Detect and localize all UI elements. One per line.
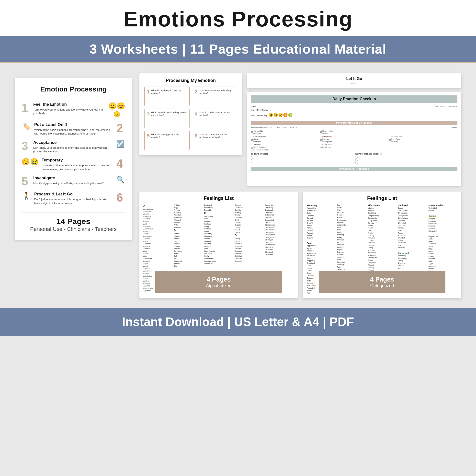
fl-word-affection: Affection [143,230,172,233]
fl-cat-passionate: Passionate [368,252,396,254]
fl-cat-testy: Testy [337,266,366,268]
fl-cat-irritated: Irritated [337,231,366,234]
ep-step-5-content: Investigate Identify triggers. Ask yours… [33,176,113,185]
ep-step-2-icon: 🏷️ [21,122,31,130]
fl-word-accepting: Accepting [143,215,172,218]
feelings-list-alpha: Feelings List A Appreciative Abandoned A… [139,191,298,298]
fl-word-composed: Composed [204,262,233,265]
fl-cat-overlay-line1: 4 Pages [328,276,436,283]
fl-word-attached: Attached [174,219,203,221]
fl-word-directionless: Directionless [265,224,294,226]
fl-word-determined2: Determined [265,214,294,216]
fl-word-disgusted: Disgusted [265,246,294,249]
fl-cat-drained: Drained [398,229,427,232]
fl-word-alone: Alone [143,253,172,255]
fl-word-calm: Calm [204,218,233,220]
fl-cat-fond: Fond [368,229,396,232]
fl-cat-disorganized2: Disorganized [398,215,427,217]
fl-word-burdened: Burdened [204,204,233,206]
dc-cb-5: Nausea [320,132,389,135]
fl-word-climbing: Climbing [204,245,233,248]
fl-word-desperate: Desperate [265,204,294,206]
fl-word-blemished: Blemished [174,260,203,262]
fl-cat-numb: Numb [428,253,458,255]
fl-connected-cat: Affectionate [368,204,396,207]
fl-cat-moonstruck: Moonstruck [368,249,396,252]
fl-cat-directionless2: Directionless [398,209,427,212]
dc-manage-2 [355,159,458,161]
fl-cat-doubtful: Doubtful [398,227,427,229]
fl-anger-header: Anger [307,242,336,245]
fl-word-cheerway: Cheerway [204,233,233,235]
main-content: Emotion Processing 1 Feel the Emotion Tu… [0,63,476,308]
fl-word-criticized: Criticized [235,217,263,219]
dc-cb-6 [389,132,458,135]
fl-word-dismayed: Dismayed [265,239,294,241]
dc-manage-title: Ways to Manage Triggers [355,153,458,155]
fl-cat-doting: Doting [368,224,396,227]
fl-cat-crazy-about: Crazy About [368,220,396,222]
fl-cat-serene: Serene [307,234,336,237]
dc-trigger-3 [251,162,353,164]
top-worksheets: Processing My Emotion 1 Where in my body… [139,73,461,186]
fl-curious-header: Curious [428,215,458,218]
lig-title: Let It Go [252,77,457,81]
dc-cb-14: Constipation [320,140,389,143]
fl-cat-trusting: Trusting [307,237,336,239]
emotion-processing-sheet: Emotion Processing 1 Feel the Emotion Tu… [15,78,132,240]
dc-cb-1: Clenched Jaw [251,130,320,132]
fl-word-disconcerted: Disconcerted [265,234,294,236]
ep-step-6: 6 Process & Let It Go Don't judge your e… [21,192,125,205]
footer-bar: Instant Download | US Letter & A4 | PDF [0,308,476,336]
fl-word-barred: Barred [174,240,203,243]
fl-word-baffled2: Baffled [174,238,203,240]
fl-cat-ill-tempered: Ill-tempered [337,219,366,221]
dc-severity-boxes: □ □1 □2 □3 □4 □5 □6 □7 □8 □9 □10 [269,126,297,129]
dc-manage-1 [355,156,458,158]
fl-word-belittled: Belittled [174,248,203,250]
ep-step-6-content: Process & Let It Go Don't judge your emo… [34,192,114,205]
pw-grid: 1 Where in my body do I feel my emotion?… [144,86,237,150]
fl-cat-simmering: Simmering [337,261,366,263]
fl-cat-fervent: Fervent [368,227,396,229]
fl-cat-piqued: Piqued [337,249,366,251]
dc-cb-21 [389,146,458,148]
fl-word-cagey: Cagey [204,225,233,228]
fl-cat-pity: Pity [337,204,366,206]
fl-cat-sore: Sore [337,258,366,261]
footer-text: Instant Download | US Letter & A4 | PDF [7,315,469,329]
fl-word-blessed: Blessed [174,262,203,265]
fl-word-ambivalent: Ambivalent [143,257,172,260]
fl-a-header: A [143,204,172,208]
fl-word-devoid: Devoid [265,221,294,224]
fl-cat-present2: Present [398,265,427,267]
header-section: Emotions Processing [0,0,476,36]
dc-trigger-1 [251,156,353,158]
dc-how-feel: How I Feel Today [251,109,268,111]
dc-trigger-2 [251,159,353,161]
right-section: Processing My Emotion 1 Where in my body… [139,73,461,298]
info-pages: 14 Pages [21,217,125,226]
fl-word-appreciative: Appreciative [143,208,172,210]
fl-cat-intrigued: Intrigued [428,225,458,227]
dc-cb-8: Body Aches [320,135,389,137]
fl-cat-distracted: Distracted [398,222,427,224]
fl-word-cocky: Cocky [204,255,233,257]
ep-step-4-title: Temporary [42,158,114,163]
dc-line-1 [251,119,458,119]
fl-word-disquieted: Disquieted [265,249,294,251]
fl-cat-peaked: Peaked [428,255,458,257]
pw-box-4: 4 What do I understand about my emotion? [192,109,237,128]
dc-triggers-row: Today's Triggers Ways to Manage Triggers [251,153,458,165]
ep-step-2-number: 2 [117,122,125,134]
fl-word-assertive: Assertive [174,214,203,216]
fl-cat-irate: Irate [337,229,366,231]
fl-cat-adrift2: Adrift [428,238,458,240]
pw-box-6: 6 What can I do to process this emotion … [192,131,237,150]
fl-cat-devoted2: Devoted [368,222,396,224]
fl-word-abandoned: Abandoned [143,210,172,213]
fl-cat-agony3: Agony [428,263,458,265]
dc-why-text: Why I feel this way: [251,115,268,117]
fl-cat-disturbed: Disturbed [398,224,427,227]
fl-cat-interested: Interested [428,220,458,222]
